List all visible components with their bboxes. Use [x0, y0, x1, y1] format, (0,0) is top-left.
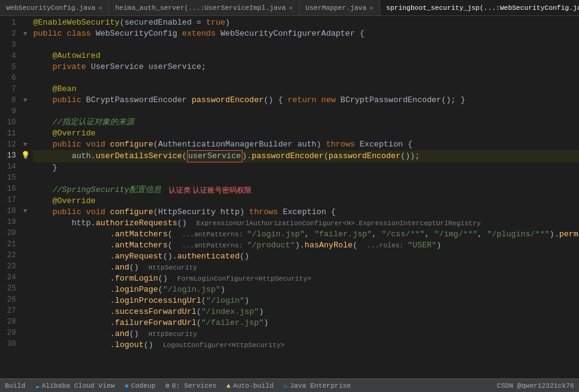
code-line-30: .logout() LogoutConfigurer<HttpSecurity> — [33, 340, 579, 351]
code-line-14: } — [33, 162, 579, 174]
code-line-27: .successForwardUrl("/index.jsp") — [33, 306, 579, 318]
code-line-1: @EnableWebSecurity(securedEnabled = true… — [33, 17, 579, 28]
tab-active-websecurity[interactable]: springboot_security_jsp(...:WebSecurityC… — [380, 0, 579, 15]
code-line-15 — [33, 174, 579, 185]
code-editor[interactable]: @EnableWebSecurity(securedEnabled = true… — [31, 16, 579, 378]
services-label: 8: Services — [172, 382, 217, 390]
fold-icon-18[interactable]: ▼ — [20, 206, 31, 217]
code-line-23: .and() HttpSecurity — [33, 262, 579, 273]
fold-icon-2[interactable]: ▼ — [20, 28, 31, 39]
tab-close-icon[interactable]: ✕ — [289, 4, 293, 12]
codeup-icon: ◈ — [124, 382, 129, 390]
code-line-11: @Override — [33, 128, 579, 139]
code-line-9 — [33, 106, 579, 117]
code-line-3 — [33, 39, 579, 50]
watermark: CSDN @qwer12321ck76 — [497, 382, 574, 390]
tab-close-icon[interactable]: ✕ — [370, 4, 373, 12]
code-line-20: .antMatchers( ...antPatterns: "/login.js… — [33, 229, 579, 240]
code-line-19: http.authorizeRequests() ExpressionUrlAu… — [33, 218, 579, 229]
code-line-24: .formLogin() FormLoginConfigurer<HttpSec… — [33, 273, 579, 284]
code-line-22: .anyRequest().authenticated() — [33, 251, 579, 262]
tab-usermapper[interactable]: UserMapper.java ✕ — [300, 0, 380, 15]
cloud-icon: ☁ — [35, 382, 39, 390]
code-line-29: .and() HttpSecurity — [33, 329, 579, 340]
fold-icon-12[interactable]: ▼ — [20, 139, 31, 150]
build-label: Build — [5, 382, 25, 390]
tab-close-icon[interactable]: ✕ — [98, 4, 102, 12]
code-line-10: //指定认证对象的来源 — [33, 117, 579, 128]
tab-websecurityconfig[interactable]: WebSecurityConfig.java ✕ — [0, 0, 109, 15]
code-line-28: .failureForwardUrl("/failer.jsp") — [33, 318, 579, 329]
code-line-18: public void configure(HttpSecurity http)… — [33, 207, 579, 218]
fold-icon-8[interactable]: ▼ — [20, 95, 31, 106]
fold-icon-1 — [20, 17, 31, 28]
bulb-icon[interactable]: 💡 — [20, 150, 31, 161]
editor: 1 2 3 4 5 6 7 8 9 10 11 12 13 14 15 16 1… — [0, 16, 579, 378]
tab-bar: WebSecurityConfig.java ✕ heima_auth_serv… — [0, 0, 579, 16]
services-icon: ⚙ — [166, 382, 170, 390]
code-line-4: @Autowired — [33, 50, 579, 62]
bottom-build[interactable]: Build — [5, 382, 25, 390]
code-line-2: public class WebSecurityConfig extends W… — [33, 28, 579, 39]
code-line-17: @Override — [33, 196, 579, 207]
bottom-java[interactable]: ♨ Java Enterprise — [284, 382, 351, 390]
line-numbers: 1 2 3 4 5 6 7 8 9 10 11 12 13 14 15 16 1… — [0, 16, 20, 378]
autobuild-label: Auto-build — [233, 382, 274, 390]
java-label: Java Enterprise — [290, 382, 351, 390]
bottom-cloud[interactable]: ☁ Alibaba Cloud View — [35, 382, 114, 390]
code-line-5: private UserService userService; — [33, 62, 579, 73]
code-line-7: @Bean — [33, 84, 579, 95]
java-icon: ♨ — [284, 382, 288, 390]
tab-userserviceimpl[interactable]: heima_auth_server(...:UserServiceImpl.ja… — [109, 0, 299, 15]
bottom-codeup[interactable]: ◈ Codeup — [124, 382, 155, 390]
code-line-12: public void configure(AuthenticationMana… — [33, 139, 579, 150]
bottom-bar: Build ☁ Alibaba Cloud View ◈ Codeup ⚙ 8:… — [0, 378, 579, 392]
code-line-16: //SpringSecurity配置信息 认证类 认证账号密码权限 — [33, 185, 579, 196]
code-line-13: auth.userDetailsService(userService).pas… — [33, 150, 579, 162]
gutter: ▼ ▼ ▼ 💡 ▼ — [20, 16, 31, 378]
cloud-label: Alibaba Cloud View — [42, 382, 115, 390]
codeup-label: Codeup — [131, 382, 156, 390]
bottom-autobuild[interactable]: ▲ Auto-build — [226, 382, 274, 390]
autobuild-icon: ▲ — [226, 382, 231, 390]
code-line-8: public BCryptPasswordEncoder passwordEnc… — [33, 95, 579, 106]
code-line-6 — [33, 73, 579, 84]
code-line-26: .loginProcessingUrl("/login") — [33, 295, 579, 306]
code-line-21: .antMatchers( ...antPatterns: "/product"… — [33, 240, 579, 251]
code-line-25: .loginPage("/login.jsp") — [33, 284, 579, 295]
bottom-services[interactable]: ⚙ 8: Services — [166, 382, 217, 390]
